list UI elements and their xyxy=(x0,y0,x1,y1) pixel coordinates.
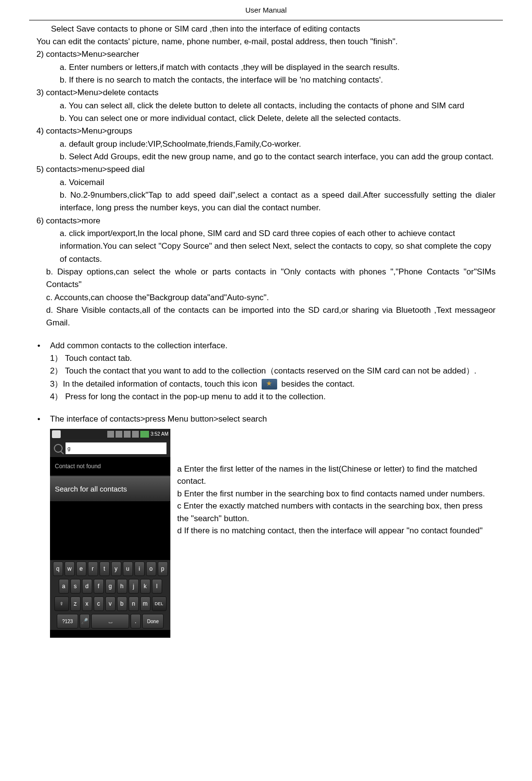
key[interactable]: e xyxy=(76,561,86,576)
signal-icon xyxy=(124,431,131,438)
key[interactable]: l xyxy=(152,579,162,594)
bullet-label: The interface of contacts>press Menu but… xyxy=(50,413,496,425)
body-text: You can edit the contacts' picture, name… xyxy=(36,35,496,48)
step-text-part: 3）In the detailed information of contact… xyxy=(50,379,257,389)
key[interactable]: h xyxy=(117,579,127,594)
list-item: c Enter the exactly matched numbers with… xyxy=(177,500,496,525)
search-bar: g xyxy=(50,440,170,457)
list-item: c. Accounts,can choose the"Backgroup dat… xyxy=(36,291,496,304)
key[interactable]: y xyxy=(111,561,121,576)
list-item: a. Enter numbers or letters,if match wit… xyxy=(36,61,496,74)
step-text: 4） Press for long the contact in the pop… xyxy=(50,390,496,403)
key[interactable]: j xyxy=(129,579,139,594)
key[interactable]: u xyxy=(123,561,133,576)
key[interactable]: k xyxy=(140,579,150,594)
key[interactable]: f xyxy=(94,579,104,594)
step-text: 1） Touch contact tab. xyxy=(50,352,496,365)
key[interactable]: c xyxy=(94,596,104,611)
space-key[interactable]: ⎵ xyxy=(91,614,129,628)
key[interactable]: s xyxy=(70,579,81,594)
list-item: a. You can select all, click the delete … xyxy=(36,100,496,112)
list-item: b. Dispay options,can select the whole o… xyxy=(36,266,496,291)
status-bar: 3:52 AM xyxy=(50,429,170,440)
bluetooth-icon xyxy=(107,431,114,438)
key[interactable]: b xyxy=(117,596,127,611)
list-item: d If there is no matching contact, then … xyxy=(177,525,496,537)
done-key[interactable]: Done xyxy=(142,614,164,628)
symbols-key[interactable]: ?123 xyxy=(57,614,78,628)
key[interactable]: z xyxy=(70,596,81,611)
key[interactable]: g xyxy=(105,579,116,594)
bullet-label: Add common contacts to the collection in… xyxy=(50,340,496,352)
key[interactable]: t xyxy=(100,561,110,576)
search-input[interactable]: g xyxy=(66,442,166,454)
delete-key[interactable]: DEL xyxy=(152,596,166,611)
key[interactable]: p xyxy=(158,561,168,576)
step-text: 2） Touch the contact that you want to ad… xyxy=(50,365,496,377)
key[interactable]: d xyxy=(82,579,92,594)
notification-icon xyxy=(52,430,61,438)
sim-icon xyxy=(116,431,122,438)
bullet-item: • Add common contacts to the collection … xyxy=(36,340,496,404)
key[interactable]: n xyxy=(129,596,139,611)
search-icon xyxy=(54,444,63,453)
section-heading: 6) contacts>more xyxy=(36,215,496,227)
list-item: b Enter the first number in the searchin… xyxy=(177,488,496,500)
list-item: b. Select Add Groups, edit the new group… xyxy=(36,151,496,163)
search-all-button[interactable]: Search for all contacts xyxy=(50,476,170,502)
key[interactable]: a xyxy=(59,579,69,594)
clock-text: 3:52 AM xyxy=(150,430,168,438)
key[interactable]: q xyxy=(53,561,63,576)
list-item: a. click import/export,In the local phon… xyxy=(36,227,496,266)
bullet-item: • The interface of contacts>press Menu b… xyxy=(36,413,496,637)
section-heading: 3) contact>Menu>delete contacts xyxy=(36,86,496,99)
list-item: b. You can select one or more individual… xyxy=(36,112,496,125)
list-item: a. Voicemail xyxy=(36,176,496,189)
list-item: a Enter the first letter of the names in… xyxy=(177,463,496,488)
signal-icon xyxy=(132,431,139,438)
section-heading: 2) contacts>Menu>searcher xyxy=(36,48,496,61)
step-text: 3）In the detailed information of contact… xyxy=(50,378,496,390)
key[interactable]: v xyxy=(105,596,116,611)
star-icon xyxy=(262,379,277,390)
battery-icon xyxy=(140,431,149,438)
list-item: a. default group include:VIP,Schoolmate,… xyxy=(36,138,496,151)
key[interactable]: o xyxy=(146,561,156,576)
mic-key[interactable]: 🎤 xyxy=(80,614,90,628)
key[interactable]: x xyxy=(82,596,92,611)
section-heading: 5) contacts>menu>speed dial xyxy=(36,163,496,176)
key[interactable]: m xyxy=(140,596,150,611)
instruction-text: a Enter the first letter of the names in… xyxy=(177,429,496,638)
page-header: User Manual xyxy=(0,0,532,20)
list-item: b. No.2-9numbers,click"Tap to add speed … xyxy=(36,189,496,215)
section-heading: 4) contacts>Menu>groups xyxy=(36,125,496,137)
list-item: d. Share Visible contacts,all of the con… xyxy=(36,304,496,330)
no-results-text: Contact not found xyxy=(50,457,170,475)
key[interactable]: w xyxy=(65,561,75,576)
bullet-dot: • xyxy=(36,413,41,637)
body-text: Select Save contacts to phone or SIM car… xyxy=(36,23,496,35)
soft-keyboard: q w e r t y u i o p a xyxy=(50,560,170,630)
document-body: Select Save contacts to phone or SIM car… xyxy=(0,20,532,638)
key[interactable]: i xyxy=(134,561,145,576)
shift-key[interactable]: ⇧ xyxy=(54,596,69,611)
step-text-part: besides the contact. xyxy=(282,379,355,389)
bullet-dot: • xyxy=(36,340,41,404)
key[interactable]: r xyxy=(88,561,98,576)
phone-screenshot: 3:52 AM g Contact not found Search for a… xyxy=(50,429,170,638)
list-item: b. If there is no search to match the co… xyxy=(36,74,496,86)
key[interactable]: . xyxy=(131,614,141,628)
